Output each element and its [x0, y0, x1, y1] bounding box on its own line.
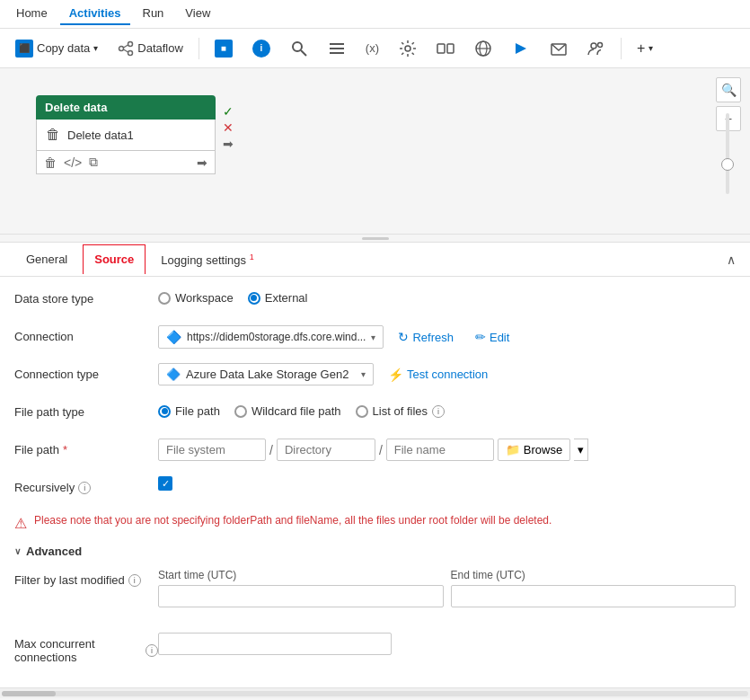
collapse-panel-button[interactable]: ∧ — [727, 253, 736, 267]
file-path-radio-button[interactable] — [158, 405, 171, 418]
adls-icon: 🔷 — [166, 368, 181, 381]
connection-type-select[interactable]: 🔷 Azure Data Lake Storage Gen2 ▾ — [158, 363, 374, 385]
toolbar-icon-6[interactable] — [391, 35, 425, 62]
svg-point-19 — [598, 42, 603, 47]
zoom-slider-track — [726, 113, 729, 194]
copy-data-button[interactable]: ⬛ Copy data ▾ — [7, 35, 106, 62]
file-name-input[interactable] — [386, 439, 494, 461]
filter-time-grid: Start time (UTC) End time (UTC) — [158, 569, 736, 607]
wildcard-radio[interactable]: Wildcard file path — [234, 404, 341, 418]
max-connections-input[interactable] — [158, 633, 392, 655]
node-status: ✓ ✕ ➡ — [223, 104, 234, 151]
copy-data-icon: ⬛ — [15, 40, 33, 58]
toolbar-icon-1[interactable]: ■ — [207, 35, 241, 62]
toolbar-icon-8[interactable] — [466, 35, 500, 62]
workspace-radio[interactable]: Workspace — [158, 291, 234, 305]
activity-node-footer: 🗑 </> ⧉ ➡ — [36, 151, 216, 174]
start-time-col: Start time (UTC) — [158, 569, 444, 607]
file-path-radio[interactable]: File path — [158, 404, 220, 418]
copy-data-caret: ▾ — [93, 43, 98, 53]
svg-line-6 — [301, 50, 306, 56]
add-button[interactable]: + ▾ — [629, 36, 661, 61]
file-system-input[interactable] — [158, 439, 266, 461]
delete-icon[interactable]: 🗑 — [44, 155, 57, 170]
code-icon[interactable]: </> — [64, 155, 82, 170]
list-files-radio-button[interactable] — [356, 405, 368, 418]
search-icon — [290, 40, 308, 58]
tab-source[interactable]: Source — [83, 244, 146, 274]
warning-triangle-icon: ⚠ — [14, 515, 27, 532]
scroll-thumb[interactable] — [2, 691, 56, 696]
search-canvas-button[interactable]: 🔍 — [716, 77, 741, 102]
properties-panel: General Source Logging settings 1 ∧ Data… — [0, 242, 750, 687]
path-separator-2: / — [379, 443, 383, 457]
activity-node[interactable]: Delete data 🗑 Delete data1 🗑 </> ⧉ ➡ — [36, 95, 216, 174]
recursively-control: ✓ — [158, 476, 736, 491]
edit-icon: ✏ — [475, 330, 486, 344]
recursively-row: Recursively i ✓ — [14, 476, 736, 501]
toolbar-icon-11[interactable] — [579, 35, 613, 62]
add-icon: + — [637, 40, 645, 57]
settings-icon — [399, 40, 417, 58]
recursively-checkbox[interactable]: ✓ — [158, 476, 172, 491]
connection-label: Connection — [14, 325, 158, 343]
connection-type-controls: 🔷 Azure Data Lake Storage Gen2 ▾ ⚡ Test … — [158, 363, 736, 385]
toolbar-icon-10[interactable] — [542, 35, 576, 62]
dataflow-button[interactable]: Dataflow — [110, 36, 191, 61]
status-arrow-icon: ➡ — [223, 137, 234, 151]
external-radio-button[interactable] — [248, 292, 260, 305]
browse-split-button[interactable]: ▾ — [574, 439, 588, 461]
scroll-track — [2, 691, 748, 696]
menu-activities[interactable]: Activities — [60, 3, 130, 25]
tab-logging[interactable]: Logging settings 1 — [149, 244, 265, 274]
toolbar-separator-2 — [621, 38, 622, 59]
file-path-type-row: File path type File path Wildcard file p… — [14, 401, 736, 426]
test-connection-button[interactable]: ⚡ Test connection — [381, 364, 495, 385]
toolbar-icon-7[interactable] — [428, 35, 463, 62]
edit-button[interactable]: ✏ Edit — [468, 326, 516, 348]
clone-icon[interactable]: ⧉ — [89, 155, 98, 170]
select-dropdown-icon: ▾ — [361, 369, 366, 379]
blue-square-icon: ■ — [215, 40, 233, 58]
menu-bar: Home Activities Run View — [0, 0, 750, 29]
toolbar: ⬛ Copy data ▾ Dataflow ■ i (x) + ▾ — [0, 29, 750, 68]
svg-marker-16 — [516, 43, 526, 54]
list-files-radio[interactable]: List of files i — [356, 404, 445, 418]
menu-run[interactable]: Run — [134, 3, 173, 25]
refresh-button[interactable]: ↻ Refresh — [391, 326, 461, 348]
filter-by-modified-controls: Start time (UTC) End time (UTC) — [158, 569, 736, 620]
toolbar-icon-5[interactable]: (x) — [357, 37, 387, 59]
start-time-input[interactable] — [158, 585, 444, 607]
directory-input[interactable] — [277, 439, 375, 461]
mail-icon — [550, 40, 568, 58]
zoom-slider-thumb[interactable] — [721, 158, 734, 171]
svg-rect-12 — [447, 44, 454, 53]
tab-general[interactable]: General — [14, 244, 79, 274]
toolbar-icon-2[interactable]: i — [244, 35, 278, 62]
workspace-radio-button[interactable] — [158, 292, 171, 305]
connection-row: Connection 🔷 https://didem0storage.dfs.c… — [14, 325, 736, 350]
menu-home[interactable]: Home — [7, 3, 57, 25]
advanced-section-header[interactable]: ∨ Advanced — [14, 545, 736, 558]
toolbar-icon-4[interactable] — [320, 35, 354, 62]
external-radio[interactable]: External — [248, 291, 308, 305]
svg-point-0 — [119, 46, 124, 50]
data-store-type-label: Data store type — [14, 288, 158, 306]
end-time-input[interactable] — [451, 585, 737, 607]
dataflow-icon — [118, 40, 134, 57]
list-files-info-icon: i — [432, 405, 445, 418]
collapse-bar[interactable] — [0, 235, 750, 242]
file-path-label: File path * — [14, 439, 158, 456]
form-body: Data store type Workspace External Conne… — [0, 277, 750, 687]
arrow-right-nav-icon[interactable]: ➡ — [197, 155, 207, 170]
toolbar-icon-9[interactable] — [504, 35, 538, 62]
max-connections-row: Max concurrent connections i — [14, 633, 736, 664]
toolbar-icon-3[interactable] — [282, 35, 316, 62]
browse-button[interactable]: 📁 Browse — [498, 439, 570, 461]
recursively-info-icon: i — [78, 482, 91, 494]
wildcard-radio-button[interactable] — [234, 405, 247, 418]
activity-node-name: Delete data1 — [67, 128, 134, 142]
connection-input[interactable]: 🔷 https://didem0storage.dfs.core.wind...… — [158, 325, 384, 349]
menu-view[interactable]: View — [176, 3, 219, 25]
svg-line-4 — [124, 49, 128, 52]
